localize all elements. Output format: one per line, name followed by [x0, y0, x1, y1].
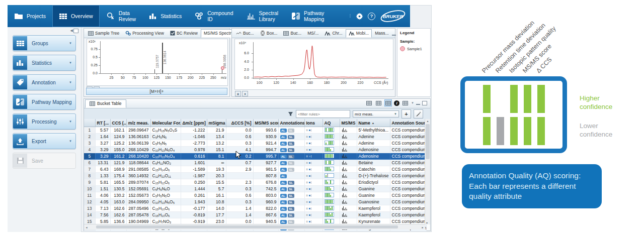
chevron-down-icon[interactable]: ▼: [411, 101, 414, 104]
zoom-in-icon[interactable]: ◈: [235, 91, 241, 96]
tab-ms[interactable]: MS/...: [304, 29, 321, 38]
column-header-ccs[interactable]: ΔCCS [%]: [226, 119, 253, 127]
dmz-cell: -1.589: [181, 166, 207, 173]
toolbar-item-data-review[interactable]: Data Review: [100, 5, 142, 27]
table-row-11[interactable]: 114.06130.2152.05673C₅H₅N₅O0.26116.10.68…: [84, 192, 426, 199]
column-header-annotation-source[interactable]: Annotation Source: [390, 119, 426, 127]
column-header-molecular-for[interactable]: Molecular For...: [150, 119, 181, 127]
vertical-scrollbar[interactable]: ▴▾: [425, 119, 430, 224]
table-row-9[interactable]: 95.81165.5289.07074C₁₅H₁₂O₆0.25015.52.36…: [84, 179, 426, 186]
table-view-icon[interactable]: [365, 99, 373, 106]
table-row-6[interactable]: 613.31121.9118.08644C₅H₁₁NO₂1.601∞0.7927…: [84, 160, 426, 166]
boxplot-icon: [260, 31, 265, 36]
gear-icon[interactable]: [356, 13, 363, 20]
filter-rules-input[interactable]: [296, 110, 350, 118]
statistics-icon: [149, 13, 157, 20]
column-header-ms-ms-score[interactable]: MS/MS score: [253, 119, 278, 127]
msms-spectrum-icon: [342, 180, 348, 184]
x-tick-label: 225: [199, 76, 205, 79]
column-header-ccs[interactable]: CCS (...: [110, 119, 126, 127]
column-header-annotations[interactable]: Annotations: [278, 119, 304, 127]
toolbar-item-projects[interactable]: Projects: [8, 5, 52, 27]
sidebar-item-export[interactable]: Export▼: [13, 133, 76, 149]
filter-wand-button[interactable]: [414, 109, 423, 119]
sidebar-item-pathway-mapping[interactable]: Pathway Mapping: [13, 94, 76, 110]
toolbar-item-pathway-mapping[interactable]: Pathway Mapping: [285, 5, 331, 27]
sidebar-item-processing[interactable]: Processing▼: [13, 113, 76, 130]
dccs-cell: 0.3: [226, 140, 253, 147]
toolbar-item-label: Data Review: [119, 10, 136, 22]
column-header-m-z-ppm[interactable]: Δm/z [ppm]: [181, 119, 207, 127]
tab-chr[interactable]: Chr...: [321, 29, 345, 38]
sidebar-item-statistics[interactable]: Statistics▼: [13, 55, 76, 71]
tab-mass[interactable]: Mass...: [372, 29, 391, 38]
zoom-out-icon[interactable]: ●: [242, 91, 248, 96]
aq-bar: [330, 161, 331, 164]
table-row-8[interactable]: 81.33175.4360.14932C₁₂H₂₂O₁₁-1.98720.380…: [84, 173, 426, 179]
table-compact-view-icon[interactable]: [375, 99, 382, 106]
table-columns-icon[interactable]: [401, 99, 409, 106]
column-header-ions[interactable]: Ions: [304, 119, 323, 127]
table-header-row[interactable]: RT [...CCS (...m/z meas.Molecular For...…: [84, 119, 426, 127]
tab-processing-view[interactable]: Processing View: [122, 29, 167, 38]
column-header-name[interactable]: Name▲: [357, 119, 390, 127]
table-row-12[interactable]: 124.05163.0284.09950C₁₀H₁₃N₅O₅1.94310.80…: [84, 199, 426, 205]
top-row-bar-3: [510, 85, 518, 113]
table-row-14[interactable]: 147.56162.6287.05478C₁₅H₁₀O₆-0.81917.71.…: [84, 212, 426, 218]
scroll-right-icon[interactable]: ▸: [420, 225, 425, 229]
info-icon[interactable]: i: [394, 100, 399, 106]
column-header-ms-ms[interactable]: MS/MS: [340, 119, 357, 127]
tab-sample-tree[interactable]: Sample Tree: [85, 29, 122, 38]
mobilogram-chart[interactable]: x10⁴ 6.04.02.00.0100120140160180200220CC…: [234, 39, 393, 90]
sidebar-item-annotation[interactable]: Annotation▼: [13, 74, 76, 90]
msms-spectrum-chart[interactable]: x10³ 119.0757136.0614268.0958 0.750.50.2…: [87, 39, 228, 86]
tab-bucket-table[interactable]: Bucket Table: [85, 99, 126, 108]
adduct-bar[interactable]: [M+H]+: [86, 88, 227, 95]
x-tick-label: 100: [142, 76, 148, 79]
scroll-left-icon[interactable]: ◂: [84, 225, 89, 229]
table-row-13[interactable]: 137.13162.6287.05496C₁₅H₁₀O₆-0.17714.01.…: [84, 205, 426, 212]
filter-funnel-icon[interactable]: [288, 111, 293, 116]
sidebar-item-groups[interactable]: Groups▼: [13, 35, 76, 51]
toolbar-item-statistics[interactable]: Statistics: [142, 5, 188, 27]
tab-bc-review[interactable]: BC Review: [167, 29, 201, 38]
table-row-5[interactable]: 53.29161.2268.10420C₁₀H₁₃N₅O₄0.6168.10.2…: [84, 153, 426, 160]
tab-buc[interactable]: Buc...: [280, 29, 304, 38]
filter-column-dropdown[interactable]: m/z meas. ▼: [353, 110, 399, 117]
toolbar-item-spectral-library[interactable]: Spectral Library: [240, 5, 285, 27]
maximize-icon[interactable]: [422, 101, 427, 105]
tab-mobi[interactable]: Mobi...: [346, 29, 372, 38]
table-row-3[interactable]: 33.27125.2136.06139C₅H₅N₅-2.77313.20.392…: [84, 140, 426, 147]
aq-bar: [332, 190, 333, 190]
scroll-thumb[interactable]: [426, 124, 430, 159]
sidebar-collapse-icon[interactable]: ◀: [70, 29, 78, 33]
column-header-m-z-meas[interactable]: m/z meas.: [126, 119, 150, 127]
x-tick-mark: [293, 78, 294, 80]
toolbar-item-overview[interactable]: Overview: [52, 5, 100, 27]
minimize-icon[interactable]: [392, 32, 396, 36]
table-row-7[interactable]: 76.43168.9291.08585C₁₅H₁₄O₆-1.58919.32.9…: [84, 166, 426, 173]
add-filter-button[interactable]: +: [401, 109, 411, 119]
table-detail-view-icon[interactable]: [384, 99, 392, 106]
table-row-2[interactable]: 21.64124.9136.06163C₅H₅N₅-1.04613.40.693…: [84, 134, 426, 140]
column-header-aq[interactable]: AQ: [323, 119, 340, 127]
tab-buc[interactable]: Buc...: [233, 29, 257, 38]
horizontal-scrollbar[interactable]: ◂▸: [84, 224, 425, 229]
legend-sample-row[interactable]: Sample1: [400, 46, 428, 51]
table-row-1[interactable]: 15.57162.1298.09647C₁₁H₁₅N₅O₃S-1.22221.9…: [84, 127, 426, 134]
scroll-down-icon[interactable]: ▾: [426, 221, 428, 224]
minimize-icon[interactable]: [416, 101, 420, 105]
msms-cell: [340, 179, 357, 186]
help-icon[interactable]: ?: [368, 13, 375, 20]
table-row-10[interactable]: 101.51130.5152.05691C₅H₅N₅O1.4445.70.374…: [84, 186, 426, 192]
mz-cell: 136.06163: [126, 134, 150, 140]
column-header-rt[interactable]: RT [...: [95, 119, 110, 127]
msms-spectrum-icon: [342, 134, 348, 139]
column-header-row-number[interactable]: [84, 119, 95, 127]
table-row-4[interactable]: 43.29155.0268.10429C₁₀H₁₃N₅O₄0.97815.14.…: [84, 147, 426, 153]
column-header-msigma[interactable]: mSigma: [207, 119, 226, 127]
toolbar-item-compound-id[interactable]: Compound ID: [188, 5, 239, 27]
tab-box[interactable]: Box...: [257, 29, 281, 38]
aq-bar: [330, 188, 331, 190]
scroll-thumb[interactable]: [96, 225, 398, 228]
